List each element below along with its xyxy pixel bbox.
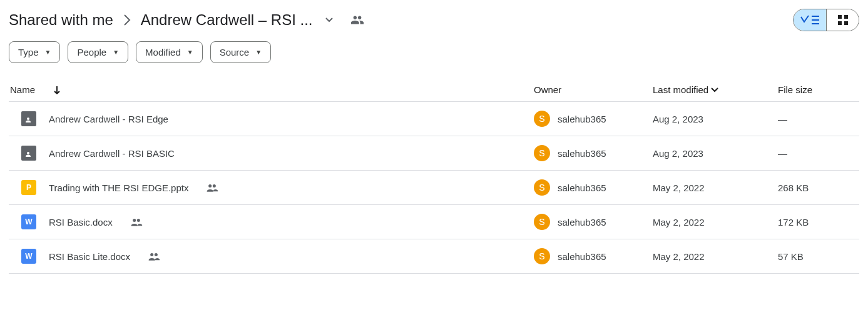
table-row[interactable]: PTrading with THE RSI EDGE.pptxSsalehub3… (9, 171, 859, 205)
file-size: 57 KB (778, 251, 804, 262)
column-size-header[interactable]: File size (778, 84, 859, 95)
owner-name: salehub365 (558, 114, 606, 124)
file-name: Andrew Cardwell - RSI BASIC (49, 148, 175, 159)
word-icon: W (21, 249, 36, 264)
column-name-header[interactable]: Name (10, 84, 35, 95)
table-row[interactable]: WRSI Basic.docxSsalehub365May 2, 2022172… (9, 205, 859, 239)
folder-shared-icon (21, 111, 36, 126)
svg-point-11 (133, 219, 136, 222)
owner-avatar: S (534, 111, 550, 127)
view-toggle (793, 9, 859, 31)
owner-avatar: S (534, 179, 550, 196)
filter-label: Modified (145, 47, 181, 58)
caret-down-icon: ▼ (187, 49, 193, 56)
table-row[interactable]: Andrew Cardwell - RSI EdgeSsalehub365Aug… (9, 102, 859, 136)
svg-rect-4 (844, 15, 848, 19)
word-icon: W (21, 214, 36, 229)
svg-rect-6 (844, 21, 848, 25)
column-owner-header[interactable]: Owner (534, 84, 653, 95)
table-row[interactable]: Andrew Cardwell - RSI BASICSsalehub365Au… (9, 136, 859, 171)
list-view-button[interactable] (794, 9, 826, 31)
table-header: Name Owner Last modified File size (9, 78, 859, 102)
modified-date: May 2, 2022 (653, 217, 705, 228)
caret-down-icon[interactable] (711, 88, 718, 92)
owner-name: salehub365 (558, 148, 606, 159)
svg-rect-5 (838, 21, 842, 25)
grid-view-button[interactable] (826, 9, 859, 31)
svg-point-8 (27, 152, 29, 154)
folder-shared-icon (21, 146, 36, 161)
owner-name: salehub365 (558, 217, 606, 228)
shared-icon (148, 252, 160, 261)
folder-dropdown-caret[interactable] (325, 18, 333, 22)
modified-date: Aug 2, 2023 (653, 148, 703, 159)
modified-date: May 2, 2022 (653, 182, 705, 193)
svg-point-10 (213, 184, 216, 188)
filter-label: Source (220, 47, 250, 58)
caret-down-icon: ▼ (255, 49, 262, 56)
svg-rect-3 (838, 15, 842, 19)
filter-label: People (77, 47, 106, 58)
shared-icon (206, 183, 218, 192)
owner-name: salehub365 (558, 251, 606, 262)
sort-arrow-icon[interactable] (53, 86, 61, 94)
filter-label: Type (18, 47, 39, 58)
svg-point-12 (137, 219, 140, 222)
owner-avatar: S (534, 145, 550, 161)
column-modified-header[interactable]: Last modified (653, 84, 708, 95)
svg-point-7 (27, 118, 29, 120)
caret-down-icon: ▼ (113, 49, 119, 56)
file-name: Andrew Cardwell - RSI Edge (49, 114, 168, 124)
file-name: RSI Basic.docx (49, 217, 113, 228)
chevron-right-icon (123, 14, 131, 26)
filter-row: Type ▼ People ▼ Modified ▼ Source ▼ (9, 41, 859, 78)
breadcrumb-current[interactable]: Andrew Cardwell – RSI ... (141, 11, 313, 29)
file-size: — (778, 148, 787, 159)
owner-avatar: S (534, 214, 550, 230)
file-name: RSI Basic Lite.docx (49, 251, 130, 262)
modified-date: Aug 2, 2023 (653, 114, 703, 124)
filter-source[interactable]: Source ▼ (210, 41, 271, 63)
svg-point-9 (209, 184, 212, 188)
caret-down-icon: ▼ (45, 49, 51, 56)
filter-people[interactable]: People ▼ (68, 41, 128, 63)
modified-date: May 2, 2022 (653, 251, 705, 262)
people-icon[interactable] (350, 13, 364, 27)
owner-name: salehub365 (558, 182, 606, 193)
header-row: Shared with me Andrew Cardwell – RSI ... (9, 6, 859, 41)
file-name: Trading with THE RSI EDGE.pptx (49, 182, 188, 193)
owner-avatar: S (534, 248, 550, 264)
shared-icon (130, 218, 143, 226)
powerpoint-icon: P (21, 180, 36, 195)
file-size: 268 KB (778, 182, 809, 193)
svg-point-14 (155, 253, 158, 256)
svg-point-13 (150, 253, 153, 256)
table-row[interactable]: WRSI Basic Lite.docxSsalehub365May 2, 20… (9, 239, 859, 274)
filter-modified[interactable]: Modified ▼ (136, 41, 203, 63)
breadcrumb-root[interactable]: Shared with me (9, 11, 113, 29)
file-size: 172 KB (778, 217, 809, 228)
breadcrumb: Shared with me Andrew Cardwell – RSI ... (9, 11, 364, 29)
filter-type[interactable]: Type ▼ (9, 41, 60, 63)
file-size: — (778, 114, 787, 124)
